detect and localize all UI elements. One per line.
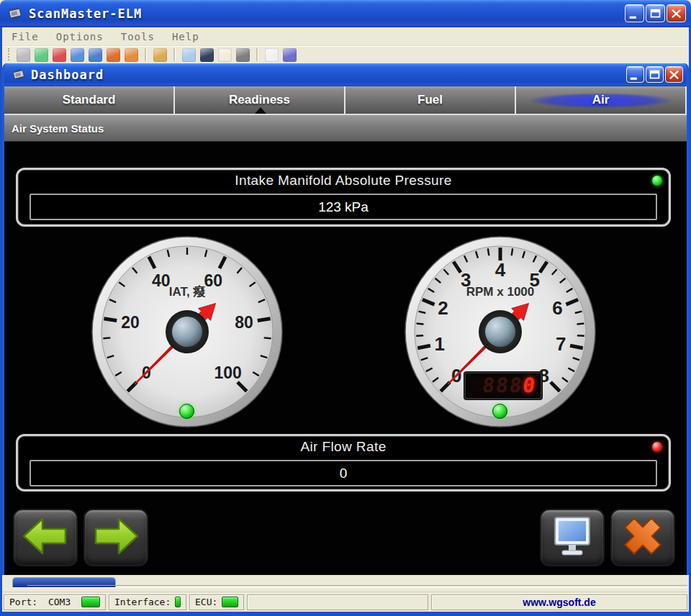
toolbar-separator	[173, 48, 176, 61]
terminal-icon[interactable]	[200, 48, 214, 62]
interface-panel-indicator	[175, 597, 181, 607]
port-panel: Port:COM3	[4, 594, 106, 610]
prev-button[interactable]	[13, 509, 78, 566]
tab-bar: StandardReadinessFuelAir	[4, 86, 687, 115]
imap-title: Intake Manifold Absolute Pressure	[18, 173, 669, 189]
toolbar-grip	[8, 48, 12, 60]
monitor-button[interactable]	[540, 509, 605, 566]
book-icon[interactable]	[283, 48, 297, 62]
dashboard-canvas: Intake Manifold Absolute Pressure 123 kP…	[4, 142, 687, 575]
svg-text:40: 40	[152, 271, 171, 290]
main-titlebar[interactable]: ScanMaster-ELM	[0, 0, 691, 27]
dashboard-titlebar[interactable]: Dashboard	[4, 63, 687, 86]
port-panel-value: COM3	[48, 597, 71, 607]
ecu-panel-label: ECU:	[195, 597, 217, 607]
window-title: ScanMaster-ELM	[29, 6, 142, 21]
next-button[interactable]	[83, 509, 148, 566]
info-icon[interactable]	[265, 48, 279, 62]
ecu-panel: ECU:	[189, 594, 244, 610]
imap-status-led	[652, 176, 662, 186]
spacer-panel	[247, 594, 428, 610]
port-panel-indicator	[81, 597, 100, 607]
iat-gauge-face: 020406080100IAT, 癈	[90, 235, 284, 429]
world-icon[interactable]	[236, 48, 250, 62]
tab-standard[interactable]: Standard	[4, 86, 175, 114]
section-header: Air System Status	[4, 115, 687, 142]
rpm-gauge-face: 012345678RPM x 1000	[403, 235, 597, 429]
maximize-button[interactable]	[646, 4, 665, 22]
website-link[interactable]: www.wgsoft.de	[523, 597, 595, 608]
arrow-left-icon	[18, 513, 73, 562]
globe-icon[interactable]	[35, 48, 48, 62]
rpm-gauge-label: RPM x 1000	[466, 285, 535, 299]
client-edge-line	[27, 585, 687, 588]
menu-bar: FileOptionsToolsHelp	[2, 27, 689, 46]
interface-panel: Interface:	[109, 594, 186, 610]
website-panel: www.wgsoft.de	[431, 594, 687, 610]
menu-file[interactable]: File	[12, 31, 39, 42]
dashboard-title: Dashboard	[31, 68, 104, 82]
monitor-icon	[545, 513, 600, 562]
airflow-status-led	[652, 442, 662, 452]
document-icon[interactable]	[218, 48, 232, 62]
status-bar: Port:COM3Interface:ECU:www.wgsoft.de	[2, 592, 689, 612]
minimize-button[interactable]	[626, 66, 644, 83]
svg-text:60: 60	[204, 271, 223, 290]
chip-app-icon	[6, 6, 24, 21]
airflow-display-panel: Air Flow Rate 0	[16, 434, 671, 492]
iat-gauge-label: IAT, 癈	[169, 285, 207, 299]
close-x-icon	[615, 513, 670, 562]
rpm-gauge: 012345678RPM x 100088880	[403, 235, 597, 429]
save-icon[interactable]	[53, 48, 66, 62]
imap-value: 123 kPa	[30, 194, 657, 220]
svg-text:80: 80	[235, 313, 253, 332]
chip-icon[interactable]	[17, 48, 30, 62]
svg-text:20: 20	[121, 313, 140, 332]
port-panel-label: Port:	[9, 597, 37, 607]
chip-window-icon	[11, 68, 27, 81]
clipboard-icon[interactable]	[153, 48, 167, 62]
menu-tools[interactable]: Tools	[121, 31, 155, 42]
iat-gauge: 020406080100IAT, 癈	[90, 235, 284, 429]
section-title: Air System Status	[12, 122, 104, 135]
menu-help[interactable]: Help	[172, 31, 199, 42]
svg-text:100: 100	[214, 363, 241, 382]
menu-options[interactable]: Options	[56, 31, 104, 42]
interface-panel-label: Interface:	[114, 597, 171, 607]
close-button[interactable]	[665, 66, 683, 83]
window-icon[interactable]	[182, 48, 196, 62]
imap-display-panel: Intake Manifold Absolute Pressure 123 kP…	[16, 168, 671, 227]
svg-text:2: 2	[438, 297, 448, 319]
close-dashboard-button[interactable]	[610, 509, 675, 566]
rpm-gauge-led	[492, 404, 507, 419]
svg-text:6: 6	[552, 297, 562, 319]
minimize-button[interactable]	[625, 4, 644, 22]
toolbar-separator	[145, 48, 147, 61]
dashboard-window: Dashboard StandardReadinessFuelAir Air S…	[2, 63, 689, 575]
svg-text:1: 1	[434, 333, 444, 355]
maximize-button[interactable]	[646, 66, 664, 83]
monitor-icon[interactable]	[89, 48, 102, 62]
chart-icon[interactable]	[107, 48, 120, 62]
tab-pointer-triangle	[255, 107, 266, 114]
connect-icon[interactable]	[71, 48, 84, 62]
user-icon[interactable]	[125, 48, 138, 62]
tab-air[interactable]: Air	[516, 86, 687, 114]
close-button[interactable]	[667, 4, 686, 22]
svg-text:4: 4	[495, 259, 506, 281]
rpm-gauge-digital-display: 88880	[464, 372, 542, 399]
tool-bar	[2, 46, 689, 63]
toolbar-separator	[256, 48, 258, 61]
tab-fuel[interactable]: Fuel	[346, 86, 516, 114]
svg-text:7: 7	[556, 333, 566, 355]
airflow-title: Air Flow Rate	[18, 439, 669, 455]
ecu-panel-indicator	[222, 597, 238, 607]
arrow-right-icon	[89, 513, 143, 562]
iat-gauge-led	[179, 404, 194, 419]
window-border-bottom	[0, 612, 691, 616]
airflow-value: 0	[30, 460, 657, 486]
mdi-client-area	[2, 575, 689, 592]
main-window: ScanMaster-ELM FileOptionsToolsHelp Dash…	[0, 0, 691, 616]
digital-value: 0	[521, 374, 538, 397]
